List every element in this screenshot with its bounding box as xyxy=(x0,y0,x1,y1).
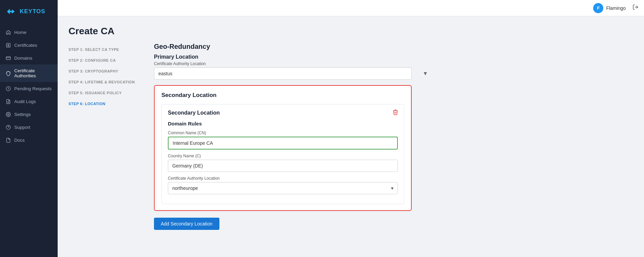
country-label: Country Name (C) xyxy=(168,154,398,158)
logo: KEYTOS xyxy=(0,0,58,23)
step-6[interactable]: Step 6: Location xyxy=(69,98,143,109)
secondary-location-card-title: Secondary Location xyxy=(168,110,398,116)
delete-secondary-icon[interactable] xyxy=(392,109,398,117)
topbar-username: Flamingo xyxy=(606,5,626,11)
ca-location-field-group: Certificate Authority Location northeuro… xyxy=(168,176,398,194)
sidebar-item-certificates[interactable]: Certificates xyxy=(0,39,58,52)
step-4[interactable]: Step 4: Lifetime & Revocation xyxy=(69,77,143,87)
logout-icon[interactable] xyxy=(632,4,639,12)
sidebar-label-ca: Certificate Authorities xyxy=(14,68,52,78)
country-field-group: Country Name (C) xyxy=(168,154,398,172)
svg-rect-3 xyxy=(6,57,11,60)
primary-location-label: Certificate Authority Location xyxy=(154,61,432,66)
primary-location-title: Primary Location xyxy=(154,54,432,60)
topbar-user: F Flamingo xyxy=(593,3,639,13)
add-secondary-location-button[interactable]: Add Secondary Location xyxy=(154,218,219,230)
support-icon xyxy=(5,124,11,130)
certificate-icon xyxy=(5,42,11,48)
ca-location-label: Certificate Authority Location xyxy=(168,176,398,181)
avatar: F xyxy=(593,3,603,13)
step-3[interactable]: Step 3: Cryptography xyxy=(69,66,143,77)
domain-icon xyxy=(5,55,11,61)
cn-label: Common Name (CN) xyxy=(168,131,398,135)
sidebar-label-certificates: Certificates xyxy=(14,43,37,48)
audit-icon xyxy=(5,99,11,104)
secondary-location-card: Secondary Location Domain Rules Common N… xyxy=(161,104,404,204)
logo-text: KEYTOS xyxy=(20,8,45,15)
topbar: F Flamingo xyxy=(58,0,644,16)
sidebar-item-home[interactable]: Home xyxy=(0,26,58,39)
step-1[interactable]: Step 1: Select CA Type xyxy=(69,44,143,55)
sidebar-item-domains[interactable]: Domains xyxy=(0,52,58,64)
sidebar-label-domains: Domains xyxy=(14,56,32,61)
ca-location-select-wrapper: northeurope westeurope eastus westus ▼ xyxy=(168,182,398,194)
primary-location-select[interactable]: eastus westus northeurope westeurope xyxy=(154,67,412,80)
sidebar-label-home: Home xyxy=(14,30,26,35)
pending-icon xyxy=(5,86,11,91)
svg-rect-1 xyxy=(6,43,10,47)
sidebar-label-settings: Settings xyxy=(14,112,31,117)
sidebar-label-docs: Docs xyxy=(14,138,25,143)
main-content: Create CA Step 1: Select CA Type Step 2:… xyxy=(58,16,644,257)
step-2[interactable]: Step 2: Configure CA xyxy=(69,55,143,66)
sidebar-label-audit: Audit Logs xyxy=(14,99,36,104)
secondary-location-section-title: Secondary Location xyxy=(161,92,404,99)
ca-location-select[interactable]: northeurope westeurope eastus westus xyxy=(168,182,398,194)
geo-redundancy-title: Geo-Redundancy xyxy=(154,43,432,51)
page-title: Create CA xyxy=(69,26,633,37)
step-5[interactable]: Step 5: Issuance Policy xyxy=(69,87,143,98)
steps-panel: Step 1: Select CA Type Step 2: Configure… xyxy=(69,43,143,230)
ca-icon xyxy=(5,71,11,76)
form-area: Geo-Redundancy Primary Location Certific… xyxy=(154,43,432,230)
sidebar-item-settings[interactable]: Settings xyxy=(0,108,58,121)
secondary-location-container: Secondary Location Secondary Location Do… xyxy=(154,85,412,211)
sidebar-item-audit-logs[interactable]: Audit Logs xyxy=(0,95,58,108)
sidebar-item-support[interactable]: Support xyxy=(0,121,58,134)
content-area: Step 1: Select CA Type Step 2: Configure… xyxy=(69,43,633,230)
sidebar-nav: Home Certificates Domains Certificate Au… xyxy=(0,26,58,146)
sidebar: KEYTOS Home Certificates Domains xyxy=(0,0,58,257)
country-input[interactable] xyxy=(168,160,398,172)
primary-location-select-wrapper: eastus westus northeurope westeurope ▼ xyxy=(154,67,432,80)
svg-point-7 xyxy=(7,114,9,115)
sidebar-item-pending-requests[interactable]: Pending Requests xyxy=(0,82,58,95)
settings-icon xyxy=(5,112,11,117)
domain-rules-title: Domain Rules xyxy=(168,121,398,126)
docs-icon xyxy=(5,137,11,143)
sidebar-label-pending: Pending Requests xyxy=(14,86,52,91)
sidebar-label-support: Support xyxy=(14,125,30,130)
sidebar-item-certificate-authorities[interactable]: Certificate Authorities xyxy=(0,64,58,82)
svg-point-2 xyxy=(7,44,9,46)
cn-field-group: Common Name (CN) xyxy=(168,131,398,150)
home-icon xyxy=(5,29,11,35)
sidebar-item-docs[interactable]: Docs xyxy=(0,134,58,146)
primary-location-select-arrow: ▼ xyxy=(423,71,428,77)
cn-input[interactable] xyxy=(168,137,398,150)
